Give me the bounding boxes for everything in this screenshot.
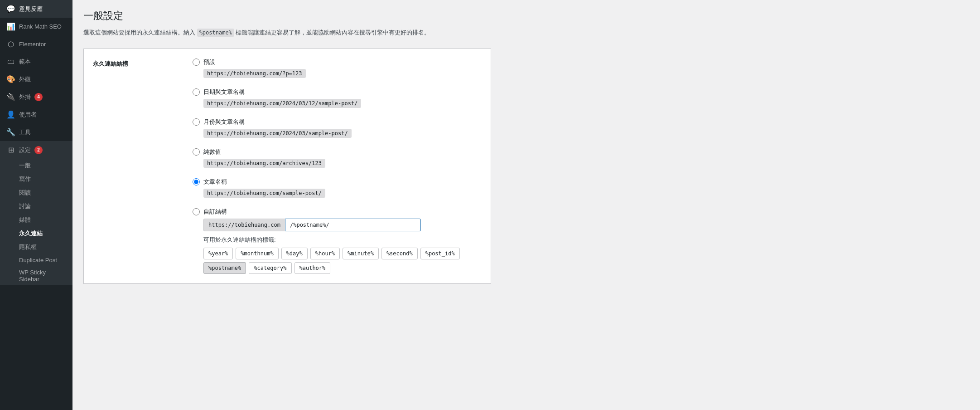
settings-badge: 2 [34,146,43,154]
radio-input-day-name[interactable] [193,88,200,96]
sidebar-item-feedback[interactable]: 💬 意見反應 [0,0,72,18]
tag-hour[interactable]: %hour% [310,248,340,259]
sidebar: 💬 意見反應 📊 Rank Math SEO ⬡ Elementor 🗃 範本 … [0,0,72,410]
page-title: 一般設定 [83,9,969,23]
radio-input-custom[interactable] [193,208,200,215]
inline-tag: %postname% [197,29,234,37]
sidebar-item-plugins[interactable]: 🔌 外掛 4 [0,88,72,106]
option-default: 預設 https://tobiehuang.com/?p=123 [193,58,482,84]
custom-structure-row: https://tobiehuang.com [203,219,482,231]
sidebar-item-users[interactable]: 👤 使用者 [0,106,72,123]
url-example-default: https://tobiehuang.com/?p=123 [203,69,306,78]
tags-container: %year% %monthnum% %day% %hour% %minute% … [203,248,482,274]
url-example-month-name: https://tobiehuang.com/2024/03/sample-po… [203,129,352,138]
tag-category[interactable]: %category% [249,262,291,274]
sidebar-item-settings[interactable]: ⊞ 設定 2 [0,141,72,159]
url-example-numeric: https://tobiehuang.com/archives/123 [203,159,325,168]
radio-input-default[interactable] [193,59,200,66]
radio-month-name[interactable]: 月份與文章名稱 [193,118,482,126]
tag-postname[interactable]: %postname% [203,262,246,274]
tools-icon: 🔧 [6,128,15,137]
sidebar-item-tools[interactable]: 🔧 工具 [0,123,72,141]
radio-day-name[interactable]: 日期與文章名稱 [193,88,482,96]
submenu-wp-sticky[interactable]: WP Sticky Sidebar [0,266,72,285]
url-example-day-name: https://tobiehuang.com/2024/03/12/sample… [203,99,361,108]
sidebar-label-plugins: 外掛 [19,93,31,101]
radio-input-post-name[interactable] [193,178,200,185]
tag-second[interactable]: %second% [381,248,418,259]
sidebar-label-rankmath: Rank Math SEO [19,23,62,30]
submenu-media[interactable]: 媒體 [0,213,72,227]
sidebar-item-appearance[interactable]: 🎨 外觀 [0,70,72,88]
sidebar-label-tools: 工具 [19,128,31,137]
option-post-name: 文章名稱 https://tobiehuang.com/sample-post/ [193,178,482,204]
submenu-permalink[interactable]: 永久連結 [0,227,72,240]
settings-panel: 永久連結結構 預設 https://tobiehuang.com/?p=123 … [83,49,491,284]
radio-label-month-name: 月份與文章名稱 [203,118,245,126]
submenu-general[interactable]: 一般 [0,159,72,172]
plugins-badge: 4 [34,93,43,101]
sidebar-label-feedback: 意見反應 [19,5,43,13]
tag-post-id[interactable]: %post_id% [420,248,460,259]
settings-icon: ⊞ [6,146,15,154]
tags-label: 可用於永久連結結構的標籤: [203,236,482,244]
sidebar-item-template[interactable]: 🗃 範本 [0,53,72,70]
tag-minute[interactable]: %minute% [343,248,379,259]
radio-label-numeric: 純數值 [203,148,221,156]
sidebar-label-users: 使用者 [19,111,37,119]
main-content: 一般設定 選取這個網站要採用的永久連結結構。納入 %postname% 標籤能讓… [72,0,980,410]
plugins-icon: 🔌 [6,93,15,101]
submenu-duplicate-post[interactable]: Duplicate Post [0,254,72,266]
radio-label-custom: 自訂結構 [203,208,227,216]
option-day-name: 日期與文章名稱 https://tobiehuang.com/2024/03/1… [193,88,482,114]
radio-label-day-name: 日期與文章名稱 [203,88,245,96]
permalink-options: 預設 https://tobiehuang.com/?p=123 日期與文章名稱… [193,58,482,274]
sidebar-label-template: 範本 [19,58,31,66]
option-month-name: 月份與文章名稱 https://tobiehuang.com/2024/03/s… [193,118,482,144]
radio-post-name[interactable]: 文章名稱 [193,178,482,186]
users-icon: 👤 [6,110,15,119]
section-label: 永久連結結構 [93,58,183,68]
tag-author[interactable]: %author% [294,262,331,274]
url-example-post-name: https://tobiehuang.com/sample-post/ [203,189,325,198]
settings-submenu: 一般 寫作 閱讀 討論 媒體 永久連結 隱私權 Duplicate Post W… [0,159,72,285]
radio-label-default: 預設 [203,58,215,66]
submenu-discussion[interactable]: 討論 [0,200,72,213]
radio-input-month-name[interactable] [193,118,200,126]
appearance-icon: 🎨 [6,75,15,83]
radio-custom[interactable]: 自訂結構 [193,208,482,216]
sidebar-label-elementor: Elementor [19,41,46,48]
tag-year[interactable]: %year% [203,248,233,259]
rankmath-icon: 📊 [6,22,15,31]
feedback-icon: 💬 [6,5,15,13]
radio-label-post-name: 文章名稱 [203,178,227,186]
custom-url-base: https://tobiehuang.com [203,219,285,231]
tag-monthnum[interactable]: %monthnum% [236,248,278,259]
template-icon: 🗃 [6,58,15,66]
radio-input-numeric[interactable] [193,148,200,156]
radio-numeric[interactable]: 純數值 [193,148,482,156]
page-description: 選取這個網站要採用的永久連結結構。納入 %postname% 標籤能讓連結更容易… [83,28,969,38]
sidebar-label-settings: 設定 [19,146,31,154]
elementor-icon: ⬡ [6,40,15,49]
option-numeric: 純數值 https://tobiehuang.com/archives/123 [193,148,482,174]
submenu-reading[interactable]: 閱讀 [0,186,72,200]
option-custom: 自訂結構 https://tobiehuang.com [193,208,482,231]
submenu-writing[interactable]: 寫作 [0,172,72,186]
submenu-privacy[interactable]: 隱私權 [0,240,72,254]
tag-day[interactable]: %day% [281,248,308,259]
sidebar-item-rankmath[interactable]: 📊 Rank Math SEO [0,18,72,35]
sidebar-label-appearance: 外觀 [19,75,31,83]
permalink-section: 永久連結結構 預設 https://tobiehuang.com/?p=123 … [84,49,491,283]
sidebar-item-elementor[interactable]: ⬡ Elementor [0,35,72,53]
radio-default[interactable]: 預設 [193,58,482,66]
custom-url-input[interactable] [285,219,421,231]
